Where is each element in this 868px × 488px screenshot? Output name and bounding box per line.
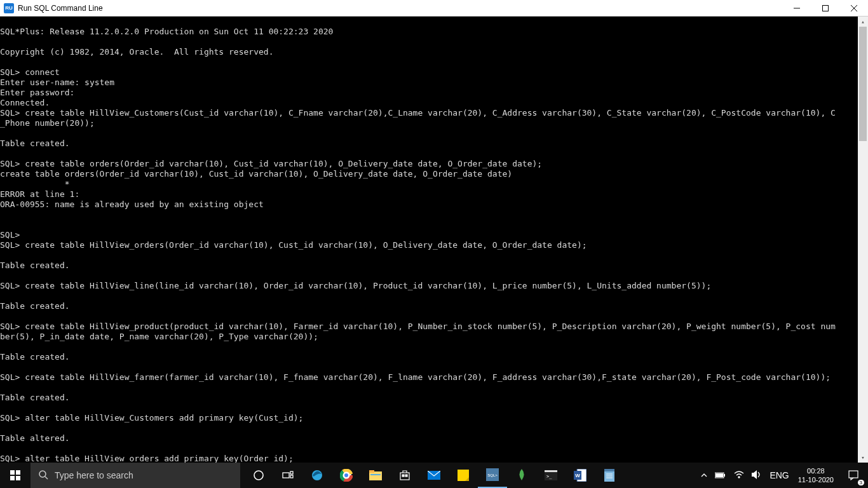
notepad-icon[interactable] <box>595 463 624 488</box>
svg-rect-4 <box>16 476 20 480</box>
svg-text:W: W <box>575 473 580 478</box>
clock-date: 11-10-2020 <box>798 475 834 484</box>
svg-rect-38 <box>724 474 725 477</box>
scrollbar-track[interactable] <box>858 27 868 452</box>
svg-rect-17 <box>369 470 374 473</box>
svg-rect-18 <box>370 474 381 475</box>
maximize-button[interactable] <box>811 0 839 17</box>
svg-rect-1 <box>10 470 15 475</box>
start-button[interactable] <box>0 463 31 488</box>
taskbar: Type here to search SQL> >_ W ENG 00:28 <box>0 463 868 488</box>
search-input[interactable]: Type here to search <box>31 463 240 488</box>
svg-rect-8 <box>290 471 293 474</box>
terminal-output[interactable]: SQL*Plus: Release 11.2.0.2.0 Production … <box>0 17 868 463</box>
svg-rect-3 <box>10 476 15 480</box>
app-icon: RU <box>4 3 14 13</box>
sql-icon[interactable]: SQL> <box>478 463 507 488</box>
svg-point-6 <box>254 471 263 480</box>
battery-icon[interactable] <box>711 470 730 480</box>
svg-rect-7 <box>283 473 289 478</box>
scroll-down-arrow-icon[interactable]: ▾ <box>858 452 868 463</box>
volume-icon[interactable] <box>748 470 766 481</box>
language-indicator[interactable]: ENG <box>766 470 792 480</box>
store-icon[interactable] <box>390 463 419 488</box>
svg-rect-39 <box>715 473 723 477</box>
sticky-notes-icon[interactable] <box>449 463 478 488</box>
cmd-icon[interactable]: >_ <box>536 463 566 488</box>
svg-text:SQL>: SQL> <box>487 473 498 477</box>
show-hidden-icon[interactable] <box>697 470 711 480</box>
window-titlebar: RU Run SQL Command Line <box>0 0 868 17</box>
task-view-icon[interactable] <box>273 463 302 488</box>
wifi-icon[interactable] <box>730 470 748 480</box>
svg-rect-33 <box>604 469 614 471</box>
clock-time: 00:28 <box>798 466 834 475</box>
task-icons: SQL> >_ W <box>244 463 624 488</box>
vertical-scrollbar[interactable]: ▴ ▾ <box>858 17 868 463</box>
system-tray: ENG 00:28 11-10-2020 3 <box>697 463 868 488</box>
svg-rect-20 <box>402 475 404 477</box>
scroll-up-arrow-icon[interactable]: ▴ <box>858 17 868 27</box>
scrollbar-thumb[interactable] <box>859 27 867 141</box>
search-placeholder: Type here to search <box>55 470 133 480</box>
clock[interactable]: 00:28 11-10-2020 <box>793 466 839 484</box>
mail-icon[interactable] <box>419 463 449 488</box>
svg-rect-21 <box>405 475 407 477</box>
mongodb-icon[interactable] <box>507 463 536 488</box>
svg-rect-2 <box>16 470 20 475</box>
cortana-icon[interactable] <box>244 463 273 488</box>
window-title: Run SQL Command Line <box>18 4 103 13</box>
chrome-icon[interactable] <box>332 463 361 488</box>
svg-text:>_: >_ <box>546 474 552 479</box>
edge-icon[interactable] <box>302 463 332 488</box>
file-explorer-icon[interactable] <box>361 463 390 488</box>
svg-rect-27 <box>545 470 557 472</box>
svg-rect-0 <box>822 5 828 11</box>
search-icon <box>38 470 48 482</box>
svg-rect-9 <box>290 475 293 478</box>
svg-point-15 <box>344 473 348 477</box>
svg-rect-16 <box>369 471 382 480</box>
notifications-button[interactable]: 3 <box>839 463 868 488</box>
close-button[interactable] <box>839 0 868 17</box>
svg-point-40 <box>738 477 740 478</box>
svg-rect-19 <box>400 473 409 480</box>
minimize-button[interactable] <box>782 0 811 17</box>
word-icon[interactable]: W <box>566 463 595 488</box>
svg-point-5 <box>39 471 46 477</box>
notification-badge: 3 <box>858 480 864 485</box>
svg-rect-41 <box>849 471 858 478</box>
